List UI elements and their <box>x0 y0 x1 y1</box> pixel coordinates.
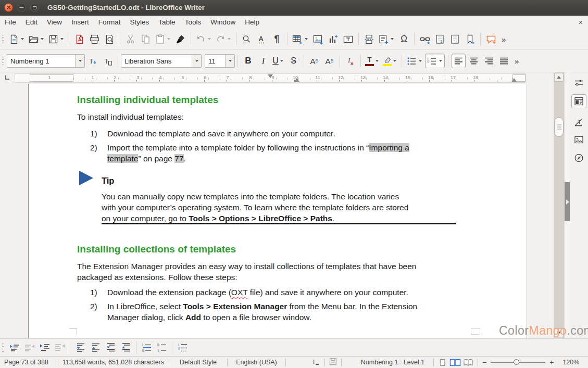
move-down-button[interactable] <box>73 340 87 355</box>
sidebar-navigator-button[interactable] <box>571 151 586 165</box>
window-close-icon[interactable]: ✕ <box>4 3 13 12</box>
insert-textbox-button[interactable] <box>341 32 355 46</box>
insert-unnumbered-entry-button[interactable]: III <box>140 340 154 355</box>
menu-file[interactable]: File <box>0 17 21 28</box>
sidebar-splitter[interactable] <box>564 72 570 338</box>
italic-button[interactable]: I <box>256 54 270 68</box>
insert-bookmark-button[interactable] <box>463 32 477 46</box>
page-number-field[interactable]: 77 <box>174 154 183 163</box>
font-name-combo[interactable]: Liberation Sans <box>121 54 202 68</box>
toolbar-overflow-button[interactable]: » <box>502 35 505 44</box>
menu-view[interactable]: View <box>42 17 67 28</box>
justify-button[interactable] <box>497 54 511 68</box>
left-indent-marker[interactable] <box>294 78 299 82</box>
zoom-out-button[interactable]: − <box>482 358 486 366</box>
update-style-button[interactable]: T <box>85 54 99 68</box>
document-page[interactable]: Installing individual templates To insta… <box>28 84 527 338</box>
status-word-count[interactable]: 113,658 words, 651,028 characters <box>62 359 165 366</box>
menu-edit[interactable]: Edit <box>21 17 42 28</box>
status-page-number[interactable]: Page 73 of 388 <box>4 359 54 366</box>
zoom-percentage[interactable]: 120% <box>562 359 579 366</box>
font-color-button[interactable]: T <box>364 54 381 68</box>
menu-table[interactable]: Table <box>154 17 180 28</box>
status-page-style[interactable]: Default Style <box>173 359 223 366</box>
right-indent-marker[interactable] <box>511 78 517 82</box>
move-up-with-subpoints-button[interactable] <box>119 340 133 355</box>
toolbar-grip[interactable] <box>2 34 4 44</box>
formatting-marks-button[interactable]: ¶ <box>270 32 284 46</box>
demote-with-subpoints-button[interactable] <box>37 340 52 355</box>
zoom-in-button[interactable]: + <box>549 358 554 366</box>
vertical-scrollbar[interactable] <box>554 72 564 338</box>
sidebar-settings-button[interactable] <box>571 76 586 90</box>
promote-button[interactable] <box>22 340 36 355</box>
toolbar-grip[interactable] <box>2 56 4 66</box>
selection-mode-indicator[interactable]: I <box>311 358 320 366</box>
insert-hyperlink-button[interactable] <box>418 32 432 46</box>
align-center-button[interactable] <box>467 54 481 68</box>
save-button[interactable] <box>47 32 66 46</box>
tab-stop-selector[interactable] <box>4 74 11 82</box>
paragraph-style-combo[interactable]: Numbering 1 <box>7 54 85 68</box>
underline-button[interactable]: U <box>271 54 285 68</box>
status-language[interactable]: English (USA) <box>232 359 281 366</box>
copy-button[interactable] <box>139 32 153 46</box>
insert-chart-button[interactable] <box>326 32 340 46</box>
zoom-slider[interactable] <box>491 362 545 363</box>
paste-button[interactable] <box>154 32 172 46</box>
sidebar-properties-button[interactable] <box>571 94 586 108</box>
highlight-color-button[interactable] <box>382 54 398 68</box>
insert-field-button[interactable] <box>377 32 396 46</box>
toolbar-grip[interactable] <box>2 342 4 353</box>
superscript-button[interactable]: AB <box>307 54 321 68</box>
font-size-combo[interactable]: 11 <box>205 54 235 68</box>
window-minimize-icon[interactable]: ─ <box>17 3 26 12</box>
close-document-icon[interactable]: × <box>579 18 583 27</box>
scroll-up-button[interactable] <box>554 73 564 82</box>
move-down-with-subpoints-button[interactable] <box>104 340 118 355</box>
toolbar-overflow-button[interactable]: » <box>515 57 518 66</box>
new-style-button[interactable]: T <box>101 54 115 68</box>
subscript-button[interactable]: AB <box>322 54 336 68</box>
redo-button[interactable] <box>214 32 233 46</box>
print-button[interactable] <box>87 32 102 46</box>
multi-page-view-button[interactable] <box>449 358 461 367</box>
spelling-button[interactable]: A <box>255 32 269 46</box>
insert-footnote-button[interactable]: 1 <box>433 32 447 46</box>
cut-button[interactable] <box>123 32 137 46</box>
sidebar-gallery-button[interactable] <box>571 133 586 147</box>
menu-help[interactable]: Help <box>240 17 264 28</box>
strikethrough-button[interactable]: S <box>286 54 301 68</box>
undo-button[interactable] <box>194 32 213 46</box>
numbered-list-button[interactable]: III <box>425 54 445 68</box>
promote-with-subpoints-button[interactable] <box>53 340 67 355</box>
demote-button[interactable] <box>7 340 21 355</box>
clear-formatting-button[interactable]: I <box>343 54 357 68</box>
clone-formatting-button[interactable] <box>173 32 187 46</box>
move-up-button[interactable] <box>89 340 103 355</box>
insert-comment-button[interactable] <box>484 32 498 46</box>
combo-arrow-icon[interactable] <box>192 55 201 67</box>
single-page-view-button[interactable] <box>438 358 447 367</box>
combo-arrow-icon[interactable] <box>225 55 234 67</box>
insert-image-button[interactable] <box>311 32 325 46</box>
insert-page-break-button[interactable] <box>362 32 376 46</box>
ruler-strip[interactable]: 1 1 2 3 4 5 6 7 8 9 10 11 12 13 14 15 16 <box>15 73 526 83</box>
save-state-indicator[interactable] <box>329 358 337 367</box>
scrollbar-thumb[interactable] <box>554 117 564 137</box>
menu-tools[interactable]: Tools <box>180 17 206 28</box>
menu-window[interactable]: Window <box>206 17 240 28</box>
bullet-list-button[interactable] <box>405 54 424 68</box>
menu-styles[interactable]: Styles <box>126 17 154 28</box>
first-line-indent-marker[interactable] <box>268 74 273 78</box>
book-view-button[interactable] <box>463 358 473 367</box>
sidebar-styles-button[interactable]: T <box>571 115 586 129</box>
cross-reference-field[interactable]: template <box>107 154 138 163</box>
bullets-numbering-dialog-button[interactable]: III <box>176 340 190 355</box>
combo-arrow-icon[interactable] <box>75 55 84 67</box>
find-replace-button[interactable] <box>240 32 254 46</box>
cross-reference-field[interactable]: Importing a <box>369 143 409 152</box>
menu-insert[interactable]: Insert <box>67 17 94 28</box>
export-pdf-button[interactable] <box>72 32 86 46</box>
window-maximize-icon[interactable] <box>30 3 39 12</box>
